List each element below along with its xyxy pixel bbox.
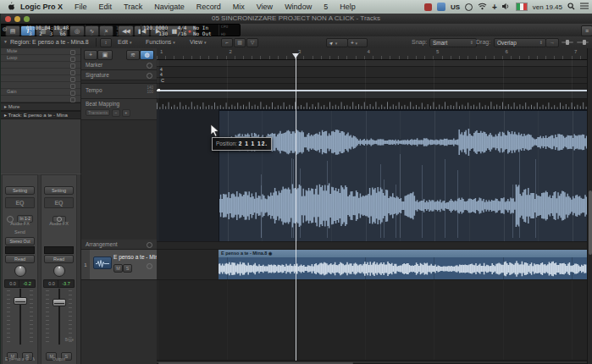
marker-lane[interactable] bbox=[157, 60, 587, 67]
apple-menu-icon[interactable] bbox=[7, 2, 14, 13]
playhead-line[interactable] bbox=[296, 53, 296, 361]
tempo-lane[interactable] bbox=[157, 84, 587, 99]
pan-knob[interactable] bbox=[14, 265, 26, 277]
global-track-tempo[interactable]: Tempo 140100 bbox=[81, 84, 157, 99]
plus-menu-icon[interactable]: + bbox=[492, 3, 497, 12]
menu-mix[interactable]: Mix bbox=[227, 0, 251, 14]
italian-flag-icon[interactable] bbox=[516, 3, 528, 11]
signature-options-icon[interactable] bbox=[147, 73, 152, 79]
display-menu-icon[interactable] bbox=[465, 3, 473, 11]
fader-cap[interactable] bbox=[14, 297, 27, 305]
key-lane[interactable]: C bbox=[157, 78, 587, 84]
edit-menu-button[interactable]: Edit ▾ bbox=[118, 39, 132, 45]
crosshair-tool-button[interactable]: + ▾ bbox=[347, 38, 368, 47]
region-param-row-2[interactable] bbox=[0, 62, 80, 69]
channel-setting-button[interactable]: Setting bbox=[44, 186, 74, 195]
control-bar-overflow-button[interactable]: ≡ bbox=[581, 25, 592, 36]
lcd-gear-icon[interactable]: ⚙ bbox=[3, 25, 7, 33]
audio-fx-slot[interactable]: Audio FX bbox=[5, 221, 35, 226]
region-param-row-4[interactable] bbox=[0, 75, 80, 82]
region-param-mute[interactable]: Mute bbox=[0, 48, 80, 55]
input-source-indicator[interactable]: US bbox=[451, 3, 460, 11]
group-slot[interactable] bbox=[44, 246, 74, 254]
notification-center-icon[interactable] bbox=[580, 3, 589, 11]
functions-menu-button[interactable]: Functions ▾ bbox=[146, 39, 175, 45]
region-param-row-5[interactable] bbox=[0, 82, 80, 89]
empty-track-area[interactable] bbox=[157, 280, 587, 361]
catch-playhead-button[interactable]: ↕ bbox=[100, 38, 112, 47]
duplicate-track-button[interactable]: ▣ bbox=[97, 50, 113, 60]
vertical-scrollbar[interactable] bbox=[587, 48, 592, 364]
global-track-arrangement[interactable]: Arrangement bbox=[81, 240, 157, 250]
track-header-row[interactable]: 1 E penso a te - Mina M S bbox=[81, 250, 157, 280]
horizontal-scrollbar[interactable] bbox=[157, 361, 587, 364]
drag-dropdown[interactable]: Overlap⇕ bbox=[494, 38, 546, 47]
tempo-node[interactable] bbox=[158, 89, 160, 91]
snap-dropdown[interactable]: Smart⇕ bbox=[429, 38, 477, 47]
inspector-track-header[interactable]: ▸ Track: E penso a te - Mina bbox=[0, 111, 80, 119]
region-name-label[interactable]: E penso a te - Mina.8 ◉ bbox=[219, 250, 587, 257]
region-param-row-3[interactable] bbox=[0, 69, 80, 75]
lcd-tempo-section[interactable]: 120.0000 130 bbox=[134, 24, 168, 36]
region-inspector-header[interactable]: Region: E penso a te - Mina.8 bbox=[10, 39, 89, 45]
wifi-icon[interactable] bbox=[478, 3, 487, 12]
global-tracks-button[interactable]: ◍ bbox=[140, 50, 154, 60]
menu-edit[interactable]: Edit bbox=[93, 0, 119, 14]
volume-fader[interactable] bbox=[44, 289, 74, 345]
view-menu-button[interactable]: View ▾ bbox=[190, 39, 207, 45]
input-slot[interactable]: In 1-2 bbox=[5, 211, 35, 218]
menu-file[interactable]: File bbox=[69, 0, 93, 14]
menu-window[interactable]: Window bbox=[279, 0, 318, 14]
track-options-icon[interactable] bbox=[147, 263, 152, 269]
menu-navigate[interactable]: Navigate bbox=[148, 0, 191, 14]
automation-mode-button[interactable]: Read bbox=[44, 255, 74, 263]
track-mute-button[interactable]: M bbox=[113, 264, 123, 273]
input-slot[interactable] bbox=[44, 211, 74, 218]
transients-label[interactable]: Transients bbox=[86, 109, 110, 116]
region-disclosure-icon[interactable]: ▼ bbox=[3, 39, 8, 44]
global-track-signature[interactable]: Signature bbox=[81, 70, 157, 80]
eq-display[interactable]: EQ bbox=[5, 197, 35, 208]
bar-ruler[interactable]: 1234567 bbox=[157, 48, 587, 60]
transient-plus-button[interactable]: + bbox=[122, 109, 130, 117]
beat-mapping-lane[interactable] bbox=[157, 99, 587, 109]
transient-minus-button[interactable]: − bbox=[112, 109, 120, 117]
signature-lane[interactable]: 44 bbox=[157, 67, 587, 78]
menu-5[interactable]: 5 bbox=[318, 0, 334, 14]
lcd-display[interactable]: ⚙ 01:00:04:19.48 3 2 3 66 1 1 1 1 5 1 1 … bbox=[0, 24, 241, 36]
horizontal-zoom-slider[interactable] bbox=[577, 41, 589, 43]
output-slot[interactable]: Stereo Out bbox=[5, 237, 35, 245]
lcd-midi-section[interactable]: No In No Out bbox=[193, 24, 219, 36]
region-param-row-7[interactable] bbox=[0, 96, 80, 102]
volume-fader[interactable] bbox=[5, 289, 35, 345]
track-1-lane[interactable]: E penso a te - Mina.8 ◉ bbox=[157, 250, 587, 280]
marker-options-icon[interactable] bbox=[147, 63, 152, 69]
menu-record[interactable]: Record bbox=[191, 0, 227, 14]
volume-icon[interactable] bbox=[502, 3, 511, 12]
recording-status-icon[interactable] bbox=[424, 3, 432, 11]
global-track-marker[interactable]: Marker bbox=[81, 60, 157, 70]
app-status-icon[interactable] bbox=[437, 3, 445, 11]
fader-cap[interactable] bbox=[53, 299, 66, 306]
volume-value[interactable]: -0.2 bbox=[19, 279, 36, 288]
send-slot[interactable]: Send bbox=[5, 229, 35, 234]
audio-region-track1[interactable]: E penso a te - Mina.8 ◉ bbox=[219, 250, 587, 279]
spotlight-search-icon[interactable] bbox=[567, 3, 575, 12]
vertical-scrollbar-thumb[interactable] bbox=[589, 190, 592, 255]
split-view-icon[interactable]: ▥ bbox=[234, 38, 246, 47]
zoom-to-fit-icon[interactable]: ⌐ bbox=[221, 38, 233, 47]
track-icon[interactable] bbox=[93, 256, 112, 269]
vertical-zoom-slider[interactable] bbox=[562, 41, 573, 43]
channel-setting-button[interactable]: Setting bbox=[5, 186, 35, 195]
global-track-beat-mapping[interactable]: Beat Mapping Transients − + bbox=[81, 99, 157, 120]
menu-logic-pro-x[interactable]: Logic Pro X bbox=[14, 0, 69, 14]
pointer-tool-button[interactable]: ➤ ▾ bbox=[326, 38, 348, 47]
lcd-locators-section[interactable]: 1 1 1 1 5 1 1 1 bbox=[86, 24, 139, 36]
audio-region-selected[interactable] bbox=[219, 109, 587, 241]
track-solo-button[interactable]: S bbox=[123, 264, 132, 273]
region-param-loop[interactable]: Loop bbox=[0, 55, 80, 62]
menu-help[interactable]: Help bbox=[334, 0, 362, 14]
volume-value[interactable]: -3.7 bbox=[58, 279, 75, 288]
region-param-gain[interactable]: Gain bbox=[0, 89, 80, 96]
menu-view[interactable]: View bbox=[251, 0, 279, 14]
